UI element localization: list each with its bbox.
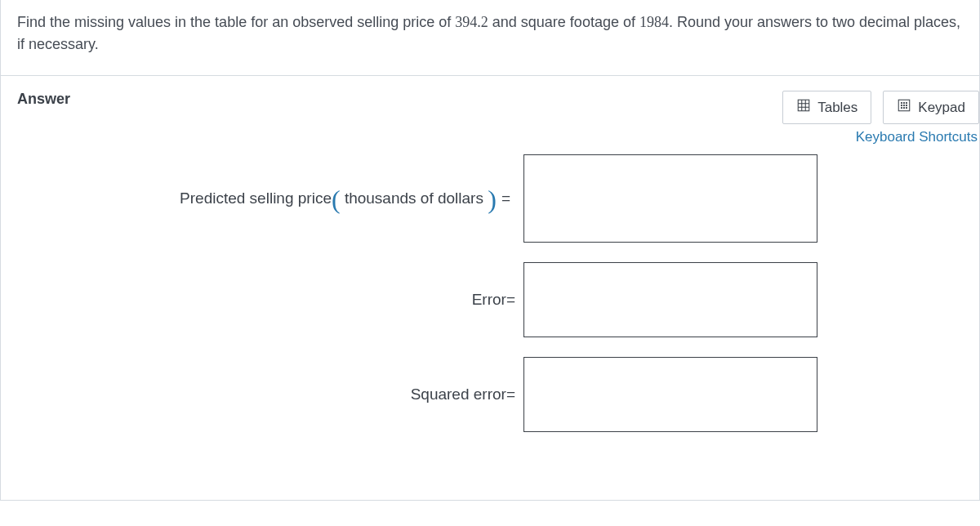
error-row: Error= [1,262,979,337]
tables-icon [796,98,811,117]
question-text-mid: and square footage of [488,14,639,30]
svg-point-9 [902,105,902,105]
predicted-row: Predicted selling price( thousands of do… [1,154,979,243]
squared-error-input[interactable] [523,357,817,432]
svg-point-8 [906,102,907,103]
squared-error-row: Squared error= [1,357,979,432]
svg-point-14 [906,107,907,108]
answer-section: Answer Tables Keypad Keyboard Shortcuts [0,76,980,501]
keypad-button[interactable]: Keypad [883,91,979,124]
keypad-icon [897,98,911,117]
close-paren: ) [488,185,497,214]
predicted-label: Predicted selling price( thousands of do… [1,189,523,207]
tables-button[interactable]: Tables [782,91,871,124]
svg-rect-0 [798,100,809,111]
toolbar: Tables Keypad Keyboard Shortcuts [782,91,979,145]
squared-error-label: Squared error= [1,386,523,403]
question-prompt: Find the missing values in the table for… [0,0,980,76]
open-paren: ( [332,185,341,214]
answer-heading: Answer [17,91,70,108]
svg-point-10 [904,105,905,105]
svg-point-13 [904,107,905,108]
keypad-label: Keypad [918,100,965,116]
svg-point-7 [904,102,905,103]
svg-point-12 [902,107,902,108]
answer-inputs: Predicted selling price( thousands of do… [1,154,979,452]
square-footage: 1984 [639,14,669,30]
error-input[interactable] [523,262,817,337]
tables-label: Tables [817,100,858,116]
keyboard-shortcuts-link[interactable]: Keyboard Shortcuts [856,129,978,145]
predicted-units: thousands of dollars [341,189,488,207]
predicted-label-pre: Predicted selling price [180,189,332,207]
predicted-input[interactable] [523,154,817,243]
error-label: Error= [1,291,523,309]
svg-point-6 [902,102,902,103]
svg-point-11 [906,105,907,105]
question-text-prefix: Find the missing values in the table for… [17,14,455,30]
observed-price: 394.2 [455,14,488,30]
equals-sign: = [497,189,515,207]
